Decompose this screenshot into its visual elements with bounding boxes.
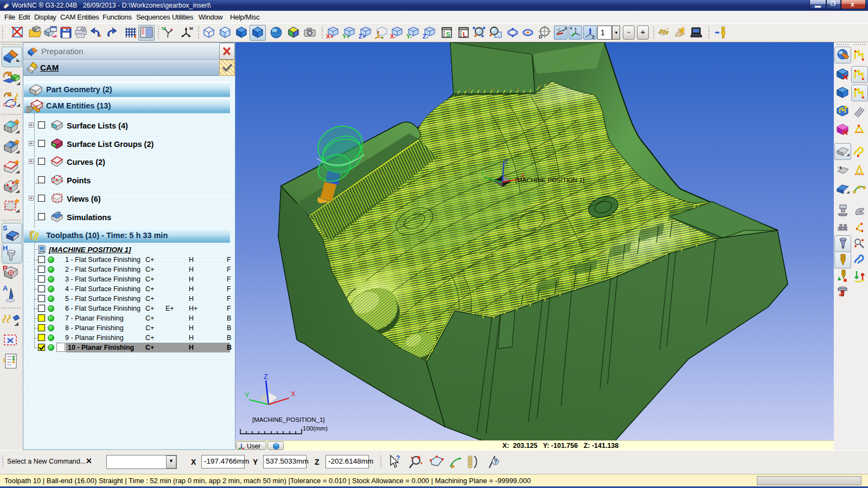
svg-text:100(mm): 100(mm) <box>303 425 328 432</box>
svg-text:?: ? <box>396 454 400 462</box>
svg-text:?: ? <box>494 459 497 465</box>
svg-text:YZ: YZ <box>161 27 167 30</box>
svg-text:Z-: Z- <box>423 33 429 40</box>
svg-text:X-: X- <box>390 33 396 40</box>
svg-text:H: H <box>3 244 8 252</box>
svg-text:Y-: Y- <box>406 33 412 40</box>
svg-text:D: D <box>539 34 542 40</box>
svg-text:Y: Y <box>570 26 573 31</box>
svg-text:Y: Y <box>245 391 250 399</box>
svg-text:A: A <box>3 284 8 292</box>
svg-text:[MACHINE_POSITION_1]: [MACHINE_POSITION_1] <box>252 416 325 423</box>
svg-text:Z: Z <box>264 373 268 381</box>
svg-text:L: L <box>463 31 467 38</box>
svg-text:Z+: Z+ <box>359 33 366 40</box>
svg-text:X: X <box>564 26 567 31</box>
svg-text:S: S <box>446 31 450 38</box>
svg-text:Y+: Y+ <box>342 33 350 40</box>
svg-text:Y: Y <box>481 171 484 177</box>
svg-text:Z: Z <box>505 159 508 165</box>
svg-text:[MACHINE POSITION 1]: [MACHINE POSITION 1] <box>515 177 584 183</box>
svg-text:Z: Z <box>592 35 595 40</box>
svg-text:M: M <box>189 26 193 31</box>
svg-text:S: S <box>3 224 8 232</box>
svg-text:X: X <box>291 390 296 398</box>
svg-text:X+: X+ <box>326 33 334 40</box>
